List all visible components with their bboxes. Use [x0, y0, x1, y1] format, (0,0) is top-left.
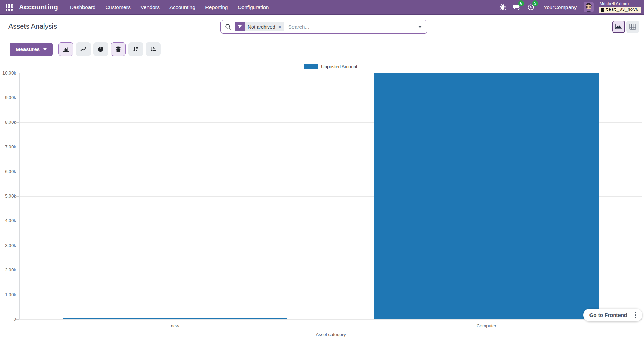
y-tick-label: 0 [0, 317, 16, 322]
apps-grid-icon [6, 4, 13, 11]
y-tickmark [16, 98, 19, 98]
facet-remove-icon[interactable]: × [278, 24, 281, 29]
menu-item-reporting[interactable]: Reporting [201, 1, 232, 13]
y-tickmark [16, 319, 19, 320]
sort-descending-button[interactable] [128, 42, 143, 56]
y-tick-label: 7.00k [0, 144, 16, 149]
y-axis-line [19, 73, 20, 319]
y-tick-label: 5.00k [0, 193, 16, 199]
menu-item-accounting[interactable]: Accounting [165, 1, 200, 13]
menu-item-dashboard[interactable]: Dashboard [66, 1, 100, 13]
graph-view-icon [615, 24, 622, 30]
activities-clock-icon[interactable]: 5 [526, 3, 535, 12]
x-axis-title: Asset category [19, 332, 642, 337]
user-avatar[interactable] [584, 2, 594, 12]
y-tick-label: 2.00k [0, 267, 16, 272]
search-input[interactable] [288, 24, 413, 30]
menu-item-configuration[interactable]: Configuration [233, 1, 273, 13]
pie-chart-button[interactable] [93, 42, 108, 56]
y-tickmark [16, 147, 19, 147]
legend-label: Unposted Amount [321, 64, 357, 69]
go-to-frontend-button[interactable]: Go to Frontend [583, 309, 642, 321]
y-tick-label: 9.00k [0, 95, 16, 100]
company-switcher[interactable]: YourCompany [544, 4, 577, 10]
stacked-button[interactable] [111, 42, 126, 56]
line-chart-button[interactable] [76, 42, 91, 56]
search-facet-not-archived: Not archived × [235, 22, 284, 31]
topbar: Accounting DashboardCustomersVendorsAcco… [0, 0, 644, 15]
line-chart-icon [80, 47, 87, 52]
y-tickmark [16, 221, 19, 221]
page-title: Assets Analysis [8, 22, 57, 30]
legend-swatch [304, 64, 318, 69]
y-tickmark [16, 295, 19, 295]
y-tickmark [16, 196, 19, 197]
x-category-label: new [19, 323, 331, 328]
facet-label: Not archived [248, 24, 275, 30]
kebab-menu-icon[interactable] [631, 311, 640, 320]
y-tick-label: 6.00k [0, 169, 16, 174]
apps-menu-button[interactable] [3, 1, 15, 14]
database-icon [601, 8, 604, 12]
search-bar: Not archived × [220, 20, 427, 34]
main-menu: DashboardCustomersVendorsAccountingRepor… [66, 1, 273, 13]
chevron-down-icon [43, 48, 47, 50]
messages-count-badge: 6 [518, 0, 524, 6]
y-tick-label: 8.00k [0, 120, 16, 125]
y-tickmark [16, 246, 19, 246]
stacked-icon [115, 46, 121, 52]
bar-chart-button[interactable] [58, 42, 73, 56]
facet-body: Not archived × [245, 22, 284, 31]
database-name: test_03_nov6 [606, 7, 638, 13]
bar-new[interactable] [63, 318, 287, 319]
filter-icon [235, 22, 245, 31]
menu-item-vendors[interactable]: Vendors [136, 1, 164, 13]
sort-ascending-button[interactable] [146, 42, 161, 56]
messages-icon[interactable]: 6 [512, 3, 521, 12]
y-tick-label: 10.00k [0, 70, 16, 76]
go-to-frontend-label: Go to Frontend [589, 312, 627, 318]
sort-descending-icon [133, 46, 139, 52]
chevron-down-icon [418, 26, 422, 28]
control-panel: Assets Analysis Not archived × [0, 15, 644, 38]
debug-bug-icon[interactable] [498, 3, 507, 12]
graph-view-button[interactable] [612, 21, 625, 33]
bar-computer[interactable] [374, 73, 599, 319]
graph-toolbar: Measures [0, 38, 644, 56]
measures-button[interactable]: Measures [10, 43, 53, 56]
view-switcher [612, 21, 639, 33]
y-tickmark [16, 122, 19, 123]
user-name: Mitchell Admin [599, 1, 629, 7]
database-badge: test_03_nov6 [599, 7, 641, 13]
chart-legend[interactable]: Unposted Amount [19, 64, 642, 69]
bar-chart: Unposted Amount 01.00k2.00k3.00k4.00k5.0… [0, 59, 644, 340]
chart-type-buttons [58, 42, 161, 56]
user-block[interactable]: Mitchell Admin test_03_nov6 [599, 1, 641, 13]
measures-label: Measures [16, 46, 40, 52]
pivot-view-icon [629, 24, 636, 30]
app-brand[interactable]: Accounting [19, 3, 58, 11]
y-tick-label: 4.00k [0, 218, 16, 223]
y-tickmark [16, 270, 19, 270]
topbar-right: 6 5 YourCompany Mitchell Admin [498, 1, 641, 13]
y-tick-label: 1.00k [0, 292, 16, 297]
search-icon [225, 24, 231, 30]
y-tickmark [16, 172, 19, 172]
pie-chart-icon [98, 46, 104, 52]
activities-count-badge: 5 [532, 0, 538, 6]
menu-item-customers[interactable]: Customers [101, 1, 135, 13]
pivot-view-button[interactable] [626, 21, 639, 33]
sort-ascending-icon [150, 46, 156, 52]
gridline-v [331, 73, 331, 321]
search-dropdown-toggle[interactable] [413, 20, 427, 33]
bar-chart-icon [63, 46, 69, 52]
y-tick-label: 3.00k [0, 243, 16, 248]
y-tickmark [16, 73, 19, 73]
x-category-label: Computer [331, 323, 643, 328]
